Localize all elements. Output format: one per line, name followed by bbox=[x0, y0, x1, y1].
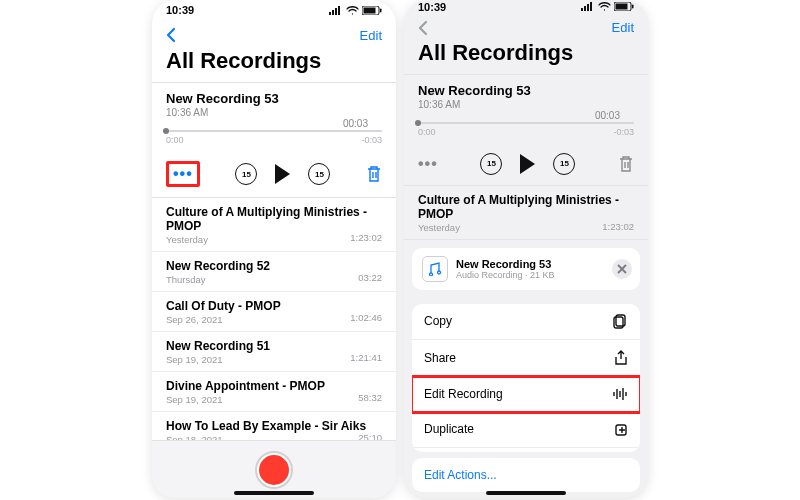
svg-rect-9 bbox=[587, 4, 589, 11]
home-indicator[interactable] bbox=[486, 491, 566, 495]
player-controls: ••• 15 15 bbox=[404, 143, 648, 185]
list-item: Culture of A Multiplying Ministries - PM… bbox=[404, 185, 648, 240]
home-indicator[interactable] bbox=[234, 491, 314, 495]
back-button[interactable] bbox=[418, 20, 429, 36]
svg-rect-2 bbox=[335, 8, 337, 15]
svg-rect-13 bbox=[632, 5, 634, 9]
waveform-icon bbox=[612, 387, 628, 401]
scrubber-end: -0:03 bbox=[361, 135, 382, 145]
scrubber-start: 0:00 bbox=[166, 135, 184, 145]
status-bar: 10:39 bbox=[152, 0, 396, 20]
scrubber-start: 0:00 bbox=[418, 127, 436, 137]
duplicate-icon bbox=[613, 422, 628, 437]
now-playing-card: New Recording 53 10:36 AM 00:03 0:00 -0:… bbox=[152, 83, 396, 151]
status-icons bbox=[329, 6, 382, 15]
skip-back-button: 15 bbox=[480, 153, 502, 175]
recording-subtitle: 10:36 AM bbox=[166, 107, 382, 118]
share-icon bbox=[614, 350, 628, 366]
copy-icon bbox=[613, 314, 628, 329]
svg-rect-8 bbox=[584, 6, 586, 11]
skip-forward-button: 15 bbox=[553, 153, 575, 175]
list-item[interactable]: New Recording 52Thursday03:22 bbox=[152, 252, 396, 292]
scrubber[interactable]: 0:00 -0:03 bbox=[166, 130, 382, 145]
record-footer bbox=[152, 440, 396, 498]
action-duplicate[interactable]: Duplicate bbox=[412, 412, 640, 448]
svg-rect-3 bbox=[338, 6, 340, 15]
svg-rect-10 bbox=[590, 2, 592, 11]
edit-actions-button[interactable]: Edit Actions... bbox=[412, 458, 640, 492]
wifi-icon bbox=[346, 6, 359, 15]
play-button[interactable] bbox=[275, 164, 290, 184]
share-sheet-header: New Recording 53 Audio Recording · 21 KB bbox=[412, 248, 640, 290]
nav-bar: Edit bbox=[404, 14, 648, 36]
delete-button bbox=[618, 155, 634, 173]
share-subtitle: Audio Recording · 21 KB bbox=[456, 270, 555, 280]
highlight-more-button: ••• bbox=[166, 161, 200, 187]
nav-bar: Edit bbox=[152, 20, 396, 44]
recording-duration: 00:03 bbox=[343, 118, 368, 129]
list-item[interactable]: New Recording 51Sep 19, 20211:21:41 bbox=[152, 332, 396, 372]
edit-button[interactable]: Edit bbox=[360, 28, 382, 43]
more-button: ••• bbox=[418, 156, 438, 172]
now-playing-card: New Recording 53 10:36 AM 00:03 0:00 -0:… bbox=[404, 75, 648, 143]
phone-share-sheet: 10:39 Edit All Recordings New Recording … bbox=[404, 0, 648, 498]
cellular-icon bbox=[581, 2, 595, 11]
action-favorite[interactable]: Favorite bbox=[412, 448, 640, 452]
battery-icon bbox=[362, 6, 382, 15]
svg-rect-12 bbox=[616, 4, 628, 10]
recording-duration: 00:03 bbox=[595, 110, 620, 121]
recording-title[interactable]: New Recording 53 bbox=[166, 91, 382, 106]
back-button[interactable] bbox=[166, 27, 177, 43]
svg-rect-1 bbox=[332, 10, 334, 15]
delete-button[interactable] bbox=[366, 165, 382, 183]
action-edit-recording[interactable]: Edit Recording bbox=[412, 377, 640, 412]
edit-button[interactable]: Edit bbox=[612, 20, 634, 35]
scrubber-thumb bbox=[415, 120, 421, 126]
wifi-icon bbox=[598, 2, 611, 11]
svg-rect-7 bbox=[581, 8, 583, 11]
status-time: 10:39 bbox=[166, 4, 194, 16]
svg-rect-5 bbox=[364, 7, 376, 13]
record-button[interactable] bbox=[257, 453, 291, 487]
scrubber-end: -0:03 bbox=[613, 127, 634, 137]
page-title: All Recordings bbox=[152, 44, 396, 82]
scrubber-thumb[interactable] bbox=[163, 128, 169, 134]
status-bar: 10:39 bbox=[404, 0, 648, 14]
list-item[interactable]: Call Of Duty - PMOPSep 26, 20211:02:46 bbox=[152, 292, 396, 332]
status-time: 10:39 bbox=[418, 1, 446, 13]
action-copy[interactable]: Copy bbox=[412, 304, 640, 340]
list-item[interactable]: Divine Appointment - PMOPSep 19, 202158:… bbox=[152, 372, 396, 412]
close-button[interactable] bbox=[612, 259, 632, 279]
play-button bbox=[520, 154, 535, 174]
phone-voice-memos-list: 10:39 Edit All Recordings New Recording … bbox=[152, 0, 396, 498]
svg-rect-6 bbox=[380, 8, 382, 12]
cellular-icon bbox=[329, 6, 343, 15]
list-item[interactable]: Culture of A Multiplying Ministries - PM… bbox=[152, 198, 396, 252]
page-title: All Recordings bbox=[404, 36, 648, 74]
action-share[interactable]: Share bbox=[412, 340, 640, 377]
battery-icon bbox=[614, 2, 634, 11]
recording-title: New Recording 53 bbox=[418, 83, 634, 98]
recording-subtitle: 10:36 AM bbox=[418, 99, 634, 110]
skip-forward-button[interactable]: 15 bbox=[308, 163, 330, 185]
svg-rect-0 bbox=[329, 12, 331, 15]
status-icons bbox=[581, 2, 634, 11]
share-title: New Recording 53 bbox=[456, 258, 555, 270]
audio-file-icon bbox=[422, 256, 448, 282]
action-list: Copy Share Edit Recording Duplicate Favo… bbox=[412, 304, 640, 452]
skip-back-button[interactable]: 15 bbox=[235, 163, 257, 185]
scrubber: 0:00 -0:03 bbox=[418, 122, 634, 137]
player-controls: ••• 15 15 bbox=[152, 151, 396, 197]
more-button[interactable]: ••• bbox=[173, 166, 193, 182]
